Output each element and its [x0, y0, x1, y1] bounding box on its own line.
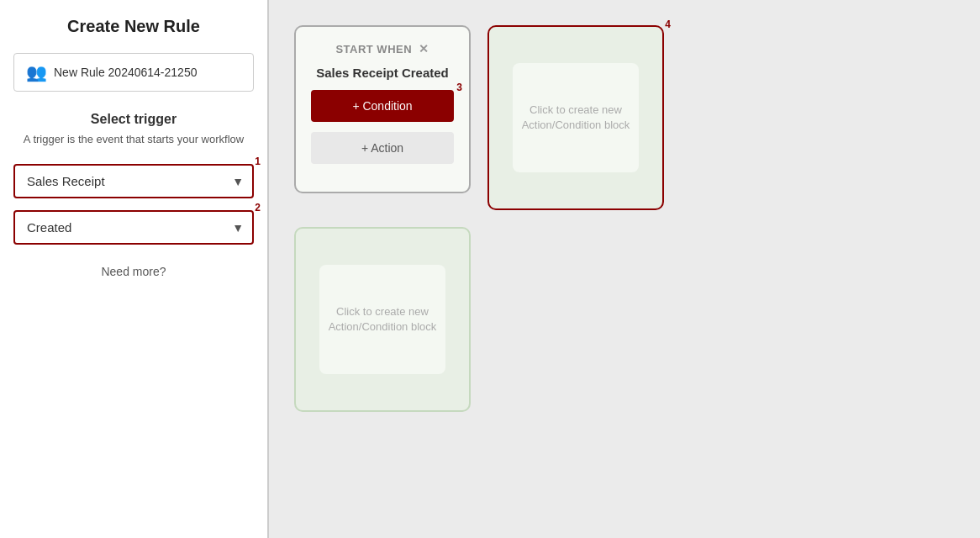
trigger-title: Sales Receipt Created	[316, 66, 449, 80]
canvas-row-2: Click to create new Action/Condition blo…	[294, 227, 955, 412]
empty-block-bottom[interactable]: Click to create new Action/Condition blo…	[294, 227, 471, 412]
canvas-row-1: START WHEN ✕ Sales Receipt Created 3 + C…	[294, 25, 955, 210]
sidebar: Create New Rule 👥 New Rule 20240614-2125…	[0, 0, 269, 538]
dropdown2-wrapper: 2 Created ▼	[13, 210, 254, 245]
rule-name-box: 👥 New Rule 20240614-21250	[13, 53, 254, 92]
start-when-header: START WHEN ✕	[335, 42, 429, 55]
trigger-type-select[interactable]: Sales Receipt	[13, 164, 254, 198]
select-trigger-label: Select trigger	[91, 112, 177, 127]
empty-block-text-bottom: Click to create new Action/Condition blo…	[319, 296, 445, 343]
rule-name-text: New Rule 20240614-21250	[54, 66, 197, 79]
trigger-event-select[interactable]: Created	[13, 210, 254, 245]
step1-number: 1	[255, 156, 261, 167]
empty-block-top-right[interactable]: 4 Click to create new Action/Condition b…	[487, 25, 664, 210]
close-icon[interactable]: ✕	[419, 42, 429, 55]
empty-block-inner-top-right: Click to create new Action/Condition blo…	[513, 63, 639, 172]
step2-number: 2	[255, 202, 261, 214]
step3-number: 3	[456, 82, 462, 93]
rule-icon: 👥	[26, 62, 47, 82]
step4-number: 4	[665, 18, 671, 30]
empty-block-inner-bottom: Click to create new Action/Condition blo…	[319, 265, 445, 374]
sidebar-title: Create New Rule	[67, 17, 200, 36]
start-when-card: START WHEN ✕ Sales Receipt Created 3 + C…	[294, 25, 471, 193]
dropdown1-wrapper: 1 Sales Receipt ▼	[13, 164, 254, 198]
action-button[interactable]: + Action	[311, 132, 454, 164]
empty-block-text-top-right: Click to create new Action/Condition blo…	[513, 94, 639, 141]
need-more-link[interactable]: Need more?	[101, 265, 166, 278]
main-canvas: START WHEN ✕ Sales Receipt Created 3 + C…	[269, 0, 980, 538]
start-when-label: START WHEN	[335, 43, 412, 55]
select-trigger-desc: A trigger is the event that starts your …	[24, 132, 244, 147]
condition-button[interactable]: + Condition	[311, 90, 454, 122]
